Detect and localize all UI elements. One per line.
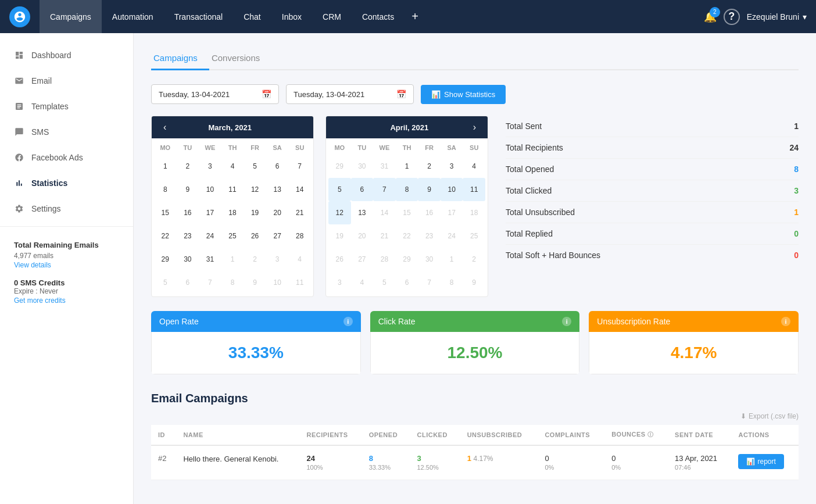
calendar-cell[interactable]: 17	[441, 201, 463, 224]
calendar-cell[interactable]: 5	[154, 271, 177, 294]
calendar-cell[interactable]: 31	[373, 155, 396, 178]
calendar-cell[interactable]: 5	[328, 178, 351, 201]
calendar-cell[interactable]: 30	[418, 248, 441, 271]
calendar-cell[interactable]: 1	[221, 248, 244, 271]
calendar-cell[interactable]: 22	[396, 224, 418, 248]
calendar-cell[interactable]: 22	[154, 224, 177, 248]
calendar-cell[interactable]: 28	[373, 248, 396, 271]
sidebar-item-facebook-ads[interactable]: Facebook Ads	[0, 145, 133, 170]
calendar-cell[interactable]: 8	[396, 178, 418, 201]
end-date-input[interactable]: Tuesday, 13-04-2021 📅	[286, 84, 414, 104]
calendar-cell[interactable]: 21	[373, 224, 396, 248]
show-statistics-button[interactable]: 📊 Show Statistics	[421, 85, 506, 104]
sidebar-item-statistics[interactable]: Statistics	[0, 170, 133, 196]
calendar-cell[interactable]: 30	[177, 248, 199, 271]
calendar-cell[interactable]: 8	[441, 271, 463, 294]
calendar-cell[interactable]: 16	[418, 201, 441, 224]
get-more-credits-link[interactable]: Get more credits	[14, 296, 119, 305]
calendar-cell[interactable]: 11	[288, 271, 311, 294]
tab-campaigns[interactable]: Campaigns	[151, 47, 209, 70]
calendar-cell[interactable]: 25	[221, 224, 244, 248]
export-link[interactable]: ⬇ Export (.csv file)	[740, 412, 799, 420]
notification-button[interactable]: 🔔 2	[704, 10, 717, 23]
calendar-cell[interactable]: 11	[463, 178, 485, 201]
calendar-cell[interactable]: 9	[463, 271, 485, 294]
calendar-cell[interactable]: 5	[244, 155, 266, 178]
calendar-cell[interactable]: 9	[244, 271, 266, 294]
user-menu-button[interactable]: Ezequiel Bruni ▾	[747, 12, 807, 22]
calendar-cell[interactable]: 4	[351, 271, 374, 294]
calendar-cell[interactable]: 3	[328, 271, 351, 294]
calendar-cell[interactable]: 7	[373, 178, 396, 201]
calendar-cell[interactable]: 16	[177, 201, 199, 224]
april-next-arrow[interactable]: ›	[468, 121, 481, 134]
nav-crm[interactable]: CRM	[312, 0, 352, 33]
calendar-cell[interactable]: 10	[266, 271, 289, 294]
calendar-cell[interactable]: 8	[154, 178, 177, 201]
calendar-cell[interactable]: 4	[463, 155, 485, 178]
calendar-cell[interactable]: 2	[463, 248, 485, 271]
calendar-cell[interactable]: 15	[396, 201, 418, 224]
calendar-cell[interactable]: 7	[288, 155, 311, 178]
calendar-cell[interactable]: 10	[199, 178, 221, 201]
sidebar-item-templates[interactable]: Templates	[0, 94, 133, 119]
calendar-cell[interactable]: 27	[351, 248, 374, 271]
calendar-cell[interactable]: 9	[418, 178, 441, 201]
calendar-cell[interactable]: 1	[154, 155, 177, 178]
calendar-cell[interactable]: 29	[154, 248, 177, 271]
nav-inbox[interactable]: Inbox	[271, 0, 312, 33]
calendar-cell[interactable]: 7	[418, 271, 441, 294]
nav-plus-button[interactable]: +	[405, 0, 425, 33]
sidebar-item-sms[interactable]: SMS	[0, 119, 133, 145]
calendar-cell[interactable]: 3	[441, 155, 463, 178]
calendar-cell[interactable]: 2	[177, 155, 199, 178]
calendar-cell[interactable]: 11	[221, 178, 244, 201]
calendar-cell[interactable]: 6	[266, 155, 289, 178]
calendar-cell[interactable]: 1	[396, 155, 418, 178]
calendar-cell[interactable]: 14	[373, 201, 396, 224]
calendar-cell[interactable]: 23	[418, 224, 441, 248]
sidebar-item-dashboard[interactable]: Dashboard	[0, 42, 133, 68]
calendar-cell[interactable]: 14	[288, 178, 311, 201]
calendar-cell[interactable]: 4	[221, 155, 244, 178]
calendar-cell[interactable]: 23	[177, 224, 199, 248]
calendar-cell[interactable]: 8	[221, 271, 244, 294]
calendar-cell[interactable]: 13	[266, 178, 289, 201]
calendar-cell[interactable]: 19	[328, 224, 351, 248]
rate-card-info-icon[interactable]: i	[781, 317, 790, 326]
calendar-cell[interactable]: 10	[441, 178, 463, 201]
calendar-cell[interactable]: 19	[244, 201, 266, 224]
calendar-cell[interactable]: 2	[244, 248, 266, 271]
calendar-cell[interactable]: 28	[288, 224, 311, 248]
calendar-cell[interactable]: 15	[154, 201, 177, 224]
start-date-input[interactable]: Tuesday, 13-04-2021 📅	[151, 84, 279, 104]
calendar-cell[interactable]: 2	[418, 155, 441, 178]
nav-chat[interactable]: Chat	[233, 0, 271, 33]
calendar-cell[interactable]: 18	[463, 201, 485, 224]
calendar-cell[interactable]: 3	[199, 155, 221, 178]
nav-contacts[interactable]: Contacts	[352, 0, 405, 33]
calendar-cell[interactable]: 13	[351, 201, 374, 224]
calendar-cell[interactable]: 9	[177, 178, 199, 201]
calendar-cell[interactable]: 29	[396, 248, 418, 271]
calendar-cell[interactable]: 1	[441, 248, 463, 271]
march-prev-arrow[interactable]: ‹	[159, 121, 171, 134]
calendar-cell[interactable]: 20	[351, 224, 374, 248]
report-button[interactable]: 📊 report	[738, 454, 783, 469]
tab-conversions[interactable]: Conversions	[209, 47, 271, 70]
calendar-cell[interactable]: 6	[351, 178, 374, 201]
calendar-cell[interactable]: 20	[266, 201, 289, 224]
calendar-cell[interactable]: 21	[288, 201, 311, 224]
calendar-cell[interactable]: 31	[199, 248, 221, 271]
calendar-cell[interactable]: 30	[351, 155, 374, 178]
calendar-cell[interactable]: 4	[288, 248, 311, 271]
sidebar-item-email[interactable]: Email	[0, 68, 133, 94]
nav-transactional[interactable]: Transactional	[164, 0, 234, 33]
calendar-cell[interactable]: 6	[396, 271, 418, 294]
sidebar-item-settings[interactable]: Settings	[0, 196, 133, 221]
calendar-cell[interactable]: 5	[373, 271, 396, 294]
calendar-cell[interactable]: 6	[177, 271, 199, 294]
rate-card-info-icon[interactable]: i	[562, 317, 571, 326]
calendar-cell[interactable]: 26	[328, 248, 351, 271]
calendar-cell[interactable]: 12	[244, 178, 266, 201]
